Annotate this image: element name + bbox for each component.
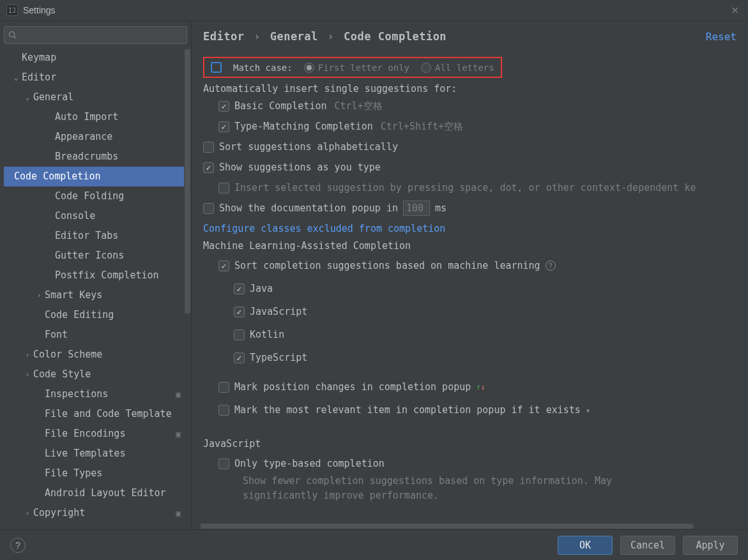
basic-completion-label: Basic Completion [234,100,327,112]
tree-item-auto-import[interactable]: Auto Import [4,107,187,127]
show-as-you-type-label: Show suggestions as you type [219,162,381,173]
tree-item-label: Copyright [33,508,85,518]
tree-item-keymap[interactable]: Keymap [4,48,187,68]
window-title: Settings [23,5,56,15]
mark-most-relevant-label: Mark the most relevant item in completio… [234,404,581,416]
doc-popup-checkbox[interactable] [203,203,214,214]
insert-on-space-label: Insert selected suggestion by pressing s… [234,182,696,193]
titlebar: IJ Settings ✕ [0,0,748,21]
app-icon: IJ [6,4,18,16]
tree-item-label: Code Completion [14,172,100,181]
tree-item-label: File Types [45,469,102,478]
close-icon[interactable]: ✕ [728,3,742,18]
tree-item-label: Code Editing [45,310,114,320]
tree-scrollbar[interactable] [184,49,191,529]
ml-java-checkbox[interactable] [234,284,245,294]
breadcrumb-b: General [270,30,318,43]
breadcrumb-sep-icon: › [328,30,335,43]
doc-popup-delay-input[interactable] [403,201,430,216]
doc-popup-label-pre: Show the documentation popup in [219,202,398,214]
help-button[interactable]: ? [10,538,26,553]
breadcrumb-a: Editor [203,30,244,43]
tree-item-label: Code Folding [55,192,124,201]
tree-item-editor[interactable]: ⌄Editor [4,68,187,87]
tree-item-file-encodings[interactable]: File Encodings▣ [4,424,187,444]
chevron-down-icon[interactable]: ⌄ [11,74,20,81]
ml-javascript-label: JavaScript [250,306,307,317]
settings-tree[interactable]: Keymap⌄Editor⌄GeneralAuto ImportAppearan… [4,48,187,529]
tree-item-console[interactable]: Console [4,206,187,226]
match-case-highlight: Match case: First letter only All letter… [203,57,502,78]
chevron-down-icon[interactable]: ⌄ [23,94,32,101]
type-matching-completion-checkbox[interactable] [218,121,229,132]
tree-item-label: Keymap [22,53,56,63]
svg-point-0 [10,32,15,37]
tree-item-code-completion[interactable]: Code Completion [4,167,187,186]
ml-kotlin-label: Kotlin [250,329,284,340]
radio-first-letter-only[interactable] [304,63,314,73]
modified-indicator-icon: ▣ [174,430,182,438]
tree-item-smart-keys[interactable]: ›Smart Keys [4,285,187,305]
match-case-checkbox[interactable] [211,62,222,73]
ml-kotlin-checkbox[interactable] [234,329,245,340]
js-only-type-description: Show fewer completion suggestions based … [203,474,663,503]
tree-item-gutter-icons[interactable]: Gutter Icons [4,246,187,266]
content-horizontal-scrollbar[interactable] [201,523,737,529]
mark-position-changes-checkbox[interactable] [218,382,229,393]
show-as-you-type-checkbox[interactable] [203,162,214,173]
reset-link[interactable]: Reset [706,31,737,43]
radio-first-letter-only-label: First letter only [318,63,409,73]
tree-item-postfix-completion[interactable]: Postfix Completion [4,266,187,285]
doc-popup-label-post: ms [435,202,447,214]
tree-item-general[interactable]: ⌄General [4,87,187,107]
tree-item-label: Postfix Completion [55,271,159,280]
tree-item-label: Smart Keys [45,291,102,300]
content-panel: Editor › General › Code Completion Reset… [192,21,748,529]
type-matching-completion-label: Type-Matching Completion [234,121,373,132]
js-only-type-checkbox[interactable] [218,458,229,469]
tree-item-live-templates[interactable]: Live Templates [4,444,187,464]
ok-button[interactable]: OK [558,536,613,555]
tree-item-label: Font [45,330,68,340]
tree-item-label: Editor Tabs [55,231,118,241]
tree-item-code-editing[interactable]: Code Editing [4,305,187,325]
basic-completion-checkbox[interactable] [218,101,229,112]
search-input[interactable] [4,26,187,44]
apply-button[interactable]: Apply [683,536,738,555]
ml-javascript-checkbox[interactable] [234,306,245,317]
tree-item-code-style[interactable]: ›Code Style [4,365,187,384]
tree-item-label: File Encodings [45,429,125,439]
help-icon[interactable]: ? [546,261,556,271]
chevron-right-icon[interactable]: › [23,351,32,358]
tree-item-editor-tabs[interactable]: Editor Tabs [4,226,187,246]
sort-alphabetically-checkbox[interactable] [203,142,214,153]
tree-item-breadcrumbs[interactable]: Breadcrumbs [4,147,187,167]
chevron-right-icon[interactable]: › [34,292,43,299]
tree-item-label: Inspections [45,390,108,399]
mark-most-relevant-checkbox[interactable] [218,405,229,416]
ml-typescript-checkbox[interactable] [234,352,245,363]
tree-item-label: Breadcrumbs [55,152,118,162]
ml-sort-checkbox[interactable] [218,261,229,271]
cancel-button[interactable]: Cancel [620,536,675,555]
tree-item-font[interactable]: Font [4,325,187,345]
tree-item-color-scheme[interactable]: ›Color Scheme [4,345,187,365]
js-only-type-label: Only type-based completion [234,458,385,469]
tree-item-label: Live Templates [45,449,125,458]
configure-excluded-classes-link[interactable]: Configure classes excluded from completi… [203,223,445,234]
insert-on-space-checkbox[interactable] [218,183,229,193]
tree-item-copyright[interactable]: ›Copyright▣ [4,503,187,523]
ml-sort-label: Sort completion suggestions based on mac… [234,260,540,271]
tree-item-code-folding[interactable]: Code Folding [4,186,187,206]
breadcrumb: Editor › General › Code Completion [203,30,447,43]
tree-item-inspections[interactable]: Inspections▣ [4,384,187,404]
radio-all-letters[interactable] [421,63,431,73]
tree-item-android-layout-editor[interactable]: Android Layout Editor [4,483,187,503]
tree-item-label: Gutter Icons [55,251,124,261]
tree-item-appearance[interactable]: Appearance [4,127,187,147]
tree-item-file-and-code-template[interactable]: File and Code Template [4,404,187,424]
tree-item-file-types[interactable]: File Types [4,464,187,483]
chevron-right-icon[interactable]: › [23,510,32,517]
position-arrows-icon: ↑↓ [476,382,485,391]
chevron-right-icon[interactable]: › [23,371,32,378]
